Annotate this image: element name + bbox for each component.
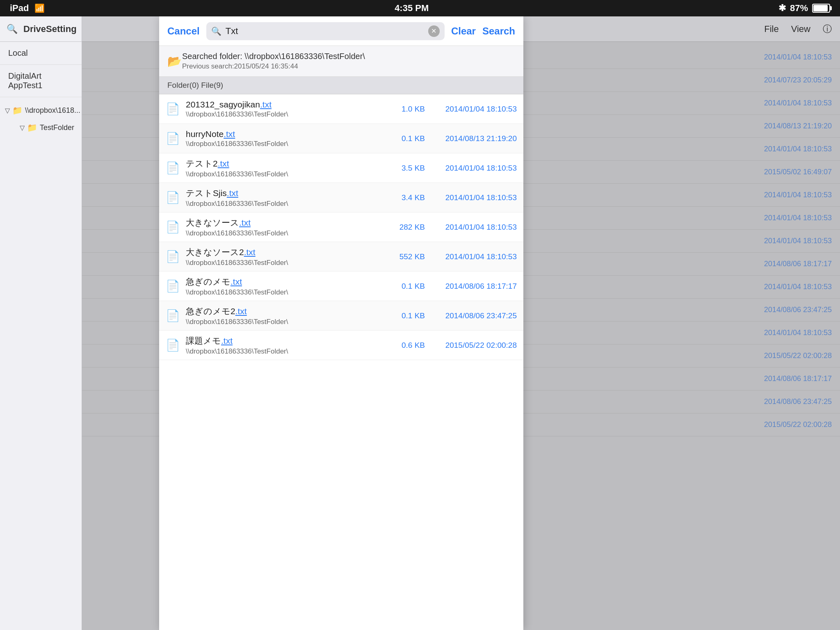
search-button[interactable]: Search (482, 25, 515, 37)
file-path: \\dropbox\161863336\TestFolder\ (186, 200, 386, 208)
file-icon: 📄 (166, 132, 180, 145)
file-name: 大きなソース.txt (186, 217, 386, 228)
file-size: 282 KB (392, 223, 425, 232)
file-row[interactable]: 📄 大きなソース.txt \\dropbox\161863336\TestFol… (159, 212, 523, 242)
file-name: 課題メモ.txt (186, 335, 386, 347)
status-right: ✱ 87% (778, 3, 830, 14)
file-info: 課題メモ.txt \\dropbox\161863336\TestFolder\ (186, 335, 386, 356)
app-background: 🔍 DriveSetting Local DigitalArt AppTest1… (0, 16, 840, 630)
file-size: 0.6 KB (392, 341, 425, 350)
file-row[interactable]: 📄 テスト2.txt \\dropbox\161863336\TestFolde… (159, 153, 523, 183)
file-date: 2014/01/04 18:10:53 (431, 193, 517, 202)
file-row[interactable]: 📄 急ぎのメモ.txt \\dropbox\161863336\TestFold… (159, 272, 523, 301)
file-date: 2014/01/04 18:10:53 (431, 252, 517, 261)
search-info-previous: Previous search:2015/05/24 16:35:44 (182, 62, 515, 71)
file-info: 急ぎのメモ2.txt \\dropbox\161863336\TestFolde… (186, 306, 386, 326)
file-info: 201312_sagyojikan.txt \\dropbox\16186333… (186, 100, 386, 119)
file-icon: 📄 (166, 191, 180, 204)
search-info: 📂 Searched folder: \\dropbox\161863336\T… (159, 46, 523, 77)
sidebar-item-dropbox[interactable]: ▽ 📁 \\dropbox\1618... (0, 101, 82, 119)
battery-percent: 87% (790, 3, 808, 14)
file-name: 急ぎのメモ2.txt (186, 306, 386, 317)
wifi-icon: 📶 (34, 3, 45, 13)
battery-indicator (812, 4, 830, 13)
file-icon: 📄 (166, 279, 180, 293)
file-name: hurryNote.txt (186, 129, 386, 139)
sidebar-tree: ▽ 📁 \\dropbox\1618... ▽ 📁 TestFolder (0, 97, 82, 140)
file-row[interactable]: 📄 課題メモ.txt \\dropbox\161863336\TestFolde… (159, 331, 523, 360)
file-path: \\dropbox\161863336\TestFolder\ (186, 318, 386, 326)
dropbox-label: \\dropbox\1618... (25, 106, 80, 115)
status-time: 4:35 PM (395, 3, 429, 14)
file-path: \\dropbox\161863336\TestFolder\ (186, 229, 386, 237)
section-header: Folder(0) File(9) (159, 77, 523, 94)
file-date: 2014/01/04 18:10:53 (431, 105, 517, 114)
file-date: 2014/01/04 18:10:53 (431, 223, 517, 232)
file-icon: 📄 (166, 250, 180, 263)
search-mag-icon: 🔍 (211, 26, 221, 36)
clear-button[interactable]: Clear (451, 25, 476, 37)
file-name: 急ぎのメモ.txt (186, 276, 386, 288)
file-path: \\dropbox\161863336\TestFolder\ (186, 110, 386, 119)
file-info: テスト2.txt \\dropbox\161863336\TestFolder\ (186, 158, 386, 178)
file-path: \\dropbox\161863336\TestFolder\ (186, 347, 386, 356)
file-row[interactable]: 📄 hurryNote.txt \\dropbox\161863336\Test… (159, 124, 523, 153)
sidebar: 🔍 DriveSetting Local DigitalArt AppTest1… (0, 16, 82, 630)
search-info-folder-icon: 📂 (167, 55, 182, 68)
bluetooth-icon: ✱ (778, 3, 786, 14)
file-date: 2014/08/06 18:17:17 (431, 282, 517, 291)
file-size: 0.1 KB (392, 282, 425, 291)
file-icon: 📄 (166, 338, 180, 352)
file-size: 0.1 KB (392, 311, 425, 320)
file-name: テスト2.txt (186, 158, 386, 169)
search-clear-button[interactable]: ✕ (428, 25, 440, 37)
file-name: 201312_sagyojikan.txt (186, 100, 386, 110)
file-date: 2014/08/06 23:47:25 (431, 311, 517, 320)
folder-icon-testfolder: 📁 (27, 123, 37, 132)
file-size: 552 KB (392, 252, 425, 261)
status-left: iPad 📶 (10, 3, 45, 14)
file-info: テストSjis.txt \\dropbox\161863336\TestFold… (186, 187, 386, 208)
file-info: 急ぎのメモ.txt \\dropbox\161863336\TestFolder… (186, 276, 386, 297)
status-bar: iPad 📶 4:35 PM ✱ 87% (0, 0, 840, 16)
sidebar-item-local[interactable]: Local (0, 42, 82, 65)
tree-arrow-testfolder: ▽ (20, 124, 25, 132)
file-row[interactable]: 📄 テストSjis.txt \\dropbox\161863336\TestFo… (159, 183, 523, 212)
search-icon[interactable]: 🔍 (7, 24, 18, 34)
tree-arrow-dropbox: ▽ (5, 107, 10, 114)
file-info: hurryNote.txt \\dropbox\161863336\TestFo… (186, 129, 386, 148)
file-path: \\dropbox\161863336\TestFolder\ (186, 288, 386, 297)
device-label: iPad (10, 3, 29, 14)
search-input[interactable]: Txt (226, 26, 424, 37)
file-path: \\dropbox\161863336\TestFolder\ (186, 170, 386, 178)
sidebar-item-testfolder[interactable]: ▽ 📁 TestFolder (15, 119, 82, 136)
file-name: 大きなソース2.txt (186, 247, 386, 258)
file-date: 2014/08/13 21:19:20 (431, 134, 517, 143)
modal-header: Cancel 🔍 Txt ✕ Clear Search (159, 16, 523, 46)
sidebar-title: DriveSetting (23, 24, 77, 34)
cancel-button[interactable]: Cancel (167, 25, 200, 37)
main-area: File View ⓘ 2014/01/04 18:10:532014/07/2… (82, 16, 840, 630)
sidebar-item-digitalart[interactable]: DigitalArt AppTest1 (0, 65, 82, 97)
file-size: 0.1 KB (392, 134, 425, 143)
tree-subfolder: ▽ 📁 TestFolder (0, 119, 82, 136)
file-path: \\dropbox\161863336\TestFolder\ (186, 140, 386, 148)
file-row[interactable]: 📄 急ぎのメモ2.txt \\dropbox\161863336\TestFol… (159, 301, 523, 331)
file-path: \\dropbox\161863336\TestFolder\ (186, 259, 386, 267)
file-date: 2014/01/04 18:10:53 (431, 164, 517, 173)
folder-icon-dropbox: 📁 (12, 105, 23, 115)
file-icon: 📄 (166, 102, 180, 116)
file-size: 1.0 KB (392, 105, 425, 114)
file-date: 2015/05/22 02:00:28 (431, 341, 517, 350)
search-box: 🔍 Txt ✕ (206, 22, 445, 40)
file-icon: 📄 (166, 161, 180, 175)
file-icon: 📄 (166, 309, 180, 322)
file-info: 大きなソース2.txt \\dropbox\161863336\TestFold… (186, 247, 386, 267)
file-row[interactable]: 📄 大きなソース2.txt \\dropbox\161863336\TestFo… (159, 242, 523, 272)
file-size: 3.4 KB (392, 193, 425, 202)
file-row[interactable]: 📄 201312_sagyojikan.txt \\dropbox\161863… (159, 94, 523, 124)
file-icon: 📄 (166, 220, 180, 234)
file-name: テストSjis.txt (186, 187, 386, 199)
search-info-path: Searched folder: \\dropbox\161863336\Tes… (182, 52, 515, 61)
file-info: 大きなソース.txt \\dropbox\161863336\TestFolde… (186, 217, 386, 237)
